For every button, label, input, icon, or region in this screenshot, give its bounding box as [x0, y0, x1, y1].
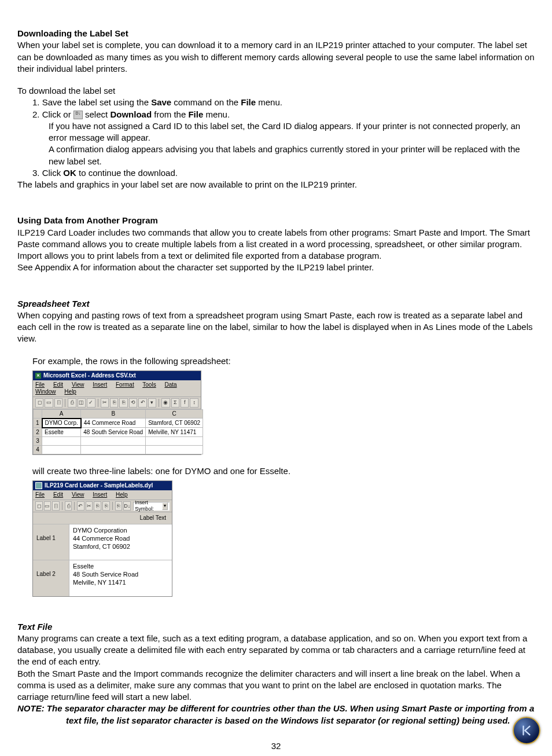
heading-spreadsheet-text: Spreadsheet Text [17, 298, 535, 310]
loader-toolbar: ◻ ▭ ⌸ ⎙ ↶ ✂ ⎘ ⎘ ⎘ D↓ Insert Symbol: ▼ [33, 500, 172, 512]
open-icon[interactable]: ▭ [44, 501, 51, 511]
loader-menu-edit[interactable]: Edit [53, 491, 67, 498]
undo-icon[interactable]: ↶ [138, 398, 146, 408]
step-3: 3. Click OK to continue the download. [17, 167, 535, 179]
cell-c2[interactable]: Melville, NY 11471 [146, 428, 203, 437]
note-line-1: NOTE: The separator character may be dif… [17, 703, 535, 714]
loader-menu-insert[interactable]: Insert [93, 491, 111, 498]
excel-menu-file[interactable]: File [35, 381, 48, 388]
excel-menu-window[interactable]: Window [35, 388, 60, 395]
open-icon[interactable]: ▭ [45, 398, 53, 408]
heading-using-data: Using Data from Another Program [17, 215, 535, 226]
loader-menubar: File Edit View Insert Help [33, 490, 172, 500]
excel-col-c[interactable]: C [146, 409, 203, 419]
loader-body: Label Text Label 1 DYMO Corporation 44 C… [33, 512, 172, 596]
new-icon[interactable]: ◻ [35, 398, 43, 408]
step-2-mid2: from the [152, 109, 188, 119]
label-2-name: Label 2 [33, 560, 69, 596]
excel-row-4[interactable]: 4 [34, 445, 42, 454]
cell-a1[interactable]: DYMO Corp. [42, 419, 81, 428]
para-intro-1: When your label set is complete, you can… [17, 39, 535, 75]
step-1-save: Save [151, 97, 171, 107]
loader-menu-file[interactable]: File [35, 491, 48, 498]
copy-icon[interactable]: ⎘ [94, 501, 101, 511]
list-item: Label 2 Esselte 48 South Service Road Me… [33, 560, 172, 596]
label-2-text[interactable]: Esselte 48 South Service Road Melville, … [69, 560, 172, 596]
cell-b2[interactable]: 48 South Service Road [81, 428, 146, 437]
excel-row-2[interactable]: 2 [34, 428, 42, 437]
cell-b3[interactable] [81, 436, 146, 445]
download-icon[interactable]: D↓ [123, 501, 131, 511]
excel-grid: A B C 1 DYMO Corp. 44 Commerce Road Stam… [33, 409, 203, 454]
excel-row-3[interactable]: 3 [34, 436, 42, 445]
navigate-back-button[interactable] [513, 717, 540, 744]
step-1-pre: 1. Save the label set using the [32, 97, 151, 107]
cell-b4[interactable] [81, 445, 146, 454]
loader-menu-view[interactable]: View [72, 491, 88, 498]
dropdown-icon[interactable]: ▾ [148, 398, 156, 408]
excel-menu-data[interactable]: Data [164, 381, 180, 388]
excel-corner[interactable] [34, 409, 42, 419]
sort-icon[interactable]: ↕ [190, 398, 198, 408]
save-icon[interactable]: ⌸ [54, 398, 62, 408]
spellcheck-icon[interactable]: ✓ [87, 398, 95, 408]
undo-icon[interactable]: ↶ [77, 501, 84, 511]
excel-menu-view[interactable]: View [72, 381, 88, 388]
table-row: 1 DYMO Corp. 44 Commerce Road Stamford, … [34, 419, 203, 428]
step-2-note-1: If you have not assigned a Card ID to th… [17, 120, 535, 144]
cell-a4[interactable] [42, 445, 81, 454]
preview-icon[interactable]: ◫ [78, 398, 86, 408]
step-2-post: menu. [203, 109, 230, 119]
step-2-download: Download [110, 109, 152, 119]
function-icon[interactable]: f [181, 398, 189, 408]
print-icon[interactable]: ⎙ [65, 501, 72, 511]
cut-icon[interactable]: ✂ [101, 398, 109, 408]
excel-menu-format[interactable]: Format [116, 381, 138, 388]
excel-menu-help[interactable]: Help [64, 388, 80, 395]
excel-col-b[interactable]: B [81, 409, 146, 419]
loader-titlebar: ILP219 Card Loader - SampleLabels.dyl [33, 481, 172, 490]
cut-icon[interactable]: ✂ [86, 501, 93, 511]
format-painter-icon[interactable]: ⟲ [129, 398, 137, 408]
smart-paste-icon[interactable]: ⎘ [115, 501, 123, 511]
paste-icon[interactable]: ⎘ [119, 398, 127, 408]
toolbar-separator [74, 502, 75, 510]
step-2: 2. Click or D↓ select Download from the … [17, 109, 535, 120]
para-text-file-1: Many programs can create a text file, su… [17, 633, 535, 668]
paste-icon[interactable]: ⎘ [102, 501, 110, 511]
cell-c1[interactable]: Stamford, CT 06902 [146, 419, 203, 428]
cell-c3[interactable] [146, 436, 203, 445]
cell-b1[interactable]: 44 Commerce Road [81, 419, 146, 428]
chevron-down-icon: ▼ [162, 502, 168, 510]
label-1-text[interactable]: DYMO Corporation 44 Commerce Road Stamfo… [69, 524, 172, 560]
para-labels-available: The labels and graphics in your label se… [17, 179, 535, 190]
copy-icon[interactable]: ⎘ [110, 398, 118, 408]
print-icon[interactable]: ⎙ [68, 398, 76, 408]
excel-menu-edit[interactable]: Edit [53, 381, 67, 388]
new-icon[interactable]: ◻ [35, 501, 43, 511]
step-3-pre: 3. Click [32, 168, 63, 178]
excel-col-a[interactable]: A [42, 409, 81, 419]
cell-a3[interactable] [42, 436, 81, 445]
table-row: 3 [34, 436, 203, 445]
hyperlink-icon[interactable]: ◉ [161, 398, 170, 408]
excel-row-1[interactable]: 1 [34, 419, 42, 428]
para-using-data-1: ILP219 Card Loader includes two commands… [17, 227, 535, 262]
step-1-post: menu. [256, 97, 282, 107]
insert-symbol-combo[interactable]: Insert Symbol: ▼ [133, 502, 170, 511]
autosum-icon[interactable]: Σ [171, 398, 179, 408]
save-icon[interactable]: ⌸ [52, 501, 60, 511]
excel-menu-tools[interactable]: Tools [142, 381, 159, 388]
toolbar-separator [65, 399, 65, 407]
heading-downloading: Downloading the Label Set [17, 28, 535, 39]
step-2-pre: 2. Click or [32, 109, 73, 119]
loader-column-header: Label Text [33, 512, 172, 524]
toolbar-separator [112, 502, 113, 510]
toolbar-separator [62, 502, 62, 510]
para-using-data-2: See Appendix A for information about the… [17, 262, 535, 273]
cell-c4[interactable] [146, 445, 203, 454]
cell-a2[interactable]: Esselte [42, 428, 81, 437]
loader-menu-help[interactable]: Help [116, 491, 131, 498]
excel-menu-insert[interactable]: Insert [93, 381, 111, 388]
excel-toolbar: ◻ ▭ ⌸ ⎙ ◫ ✓ ✂ ⎘ ⎘ ⟲ ↶ ▾ ◉ Σ f ↕ [33, 397, 201, 409]
